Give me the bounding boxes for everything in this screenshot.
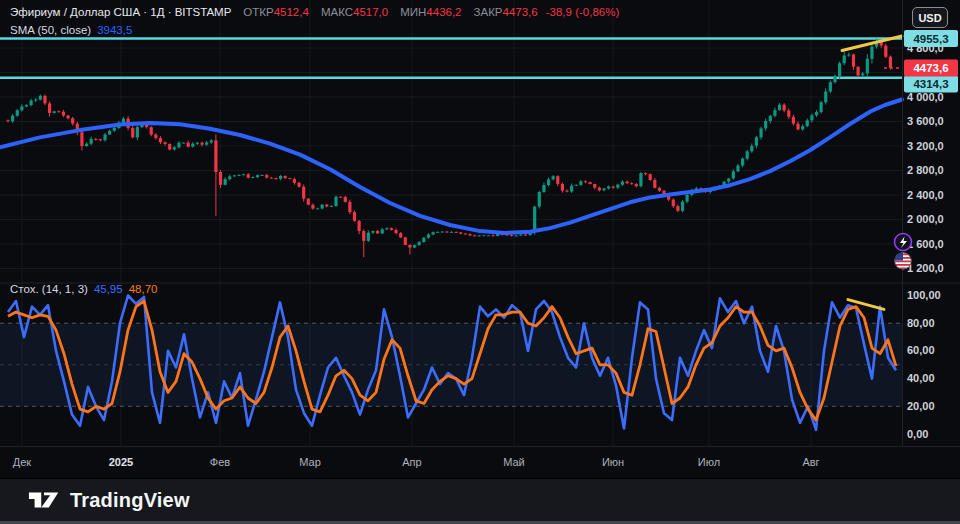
candle-body xyxy=(436,232,439,233)
candle-body xyxy=(270,178,273,179)
candle-body xyxy=(533,207,536,232)
close-value: 4473,6 xyxy=(503,6,538,18)
candle-body xyxy=(556,176,559,184)
candle-body xyxy=(228,176,231,179)
candle-body xyxy=(441,232,444,233)
candle-body xyxy=(214,140,217,172)
candle-body xyxy=(358,221,361,231)
candle-body xyxy=(371,231,374,233)
candle-body xyxy=(524,235,527,236)
candle-body xyxy=(113,128,116,131)
candle-body xyxy=(367,233,370,241)
candle-body xyxy=(265,175,268,178)
candle-body xyxy=(187,143,190,147)
candle-body xyxy=(547,179,550,185)
candle-body xyxy=(247,174,250,177)
candle-body xyxy=(598,188,601,191)
candle-body xyxy=(25,105,28,106)
sma-legend: SMA (50, close) 3943,5 xyxy=(10,24,132,36)
candle-body xyxy=(847,55,850,56)
time-tick-label: Авг xyxy=(802,456,819,468)
time-tick-label: Май xyxy=(503,456,525,468)
candle-body xyxy=(519,235,522,236)
candle-body xyxy=(755,137,758,145)
candle-body xyxy=(200,143,203,145)
chart-canvas[interactable]: 4 800,04 000,03 600,03 200,02 800,02 400… xyxy=(0,0,960,524)
candle-body xyxy=(746,151,749,158)
candle-body xyxy=(759,128,762,137)
stoch-tick-label: 80,00 xyxy=(907,317,935,329)
candle-body xyxy=(806,120,809,126)
symbol-title[interactable]: Эфириум / Доллар США · 1Д · BITSTAMP xyxy=(10,6,231,18)
candle-body xyxy=(297,183,300,187)
price-tick-label: 2 800,0 xyxy=(907,164,944,176)
candle-body xyxy=(422,238,425,242)
tradingview-logo[interactable]: TradingView xyxy=(28,488,190,512)
candle-body xyxy=(274,178,277,179)
candle-body xyxy=(80,132,83,146)
candle-body xyxy=(399,233,402,237)
candle-body xyxy=(39,96,42,100)
candle-body xyxy=(168,144,171,150)
candle-body xyxy=(205,142,208,144)
candle-body xyxy=(445,232,448,233)
candle-body xyxy=(108,131,111,135)
candle-body xyxy=(6,120,9,121)
candle-body xyxy=(866,59,869,74)
candle-body xyxy=(616,185,619,188)
candle-body xyxy=(584,181,587,182)
candle-body xyxy=(635,184,638,186)
candle-body xyxy=(219,172,222,185)
candle-body xyxy=(196,143,199,144)
tradingview-logo-text: TradingView xyxy=(70,489,190,512)
candle-body xyxy=(71,118,74,123)
candle-body xyxy=(487,235,490,236)
candle-body xyxy=(644,173,647,174)
candle-body xyxy=(732,171,735,178)
stoch-label[interactable]: Стох. (14, 1, 3) xyxy=(10,283,88,295)
candle-body xyxy=(348,202,351,212)
candle-body xyxy=(658,188,661,191)
candle-body xyxy=(163,142,166,144)
candle-body xyxy=(233,175,236,176)
candle-body xyxy=(48,103,51,113)
candle-body xyxy=(829,82,832,91)
candle-body xyxy=(750,146,753,152)
price-tick-label: 2 400,0 xyxy=(907,189,944,201)
candle-body xyxy=(672,200,675,206)
candle-body xyxy=(418,242,421,245)
candle-body xyxy=(62,112,65,116)
candle-body xyxy=(464,234,467,235)
candle-body xyxy=(293,179,296,183)
candle-body xyxy=(796,124,799,130)
stoch-tick-label: 20,00 xyxy=(907,400,935,412)
candle-body xyxy=(94,139,97,140)
candle-body xyxy=(251,177,254,178)
time-tick-label: Апр xyxy=(402,456,421,468)
candle-body xyxy=(741,159,744,166)
candle-body xyxy=(538,192,541,207)
candle-body xyxy=(639,173,642,186)
low-label: МИН xyxy=(400,6,426,18)
candle-body xyxy=(824,91,827,102)
candle-body xyxy=(801,126,804,129)
candle-body xyxy=(815,112,818,115)
candle-body xyxy=(288,178,291,179)
candle-body xyxy=(515,236,518,237)
candle-body xyxy=(473,235,476,236)
candle-body xyxy=(376,231,379,233)
stoch-legend: Стох. (14, 1, 3) 45,95 48,70 xyxy=(10,283,157,295)
sma-label[interactable]: SMA (50, close) xyxy=(10,24,91,36)
candle-body xyxy=(136,127,139,137)
close-label: ЗАКР xyxy=(474,6,503,18)
candle-body xyxy=(455,232,458,233)
candle-body xyxy=(769,116,772,121)
candle-body xyxy=(90,139,93,144)
candle-body xyxy=(256,175,259,177)
candle-body xyxy=(510,235,513,236)
time-tick-label: Июн xyxy=(602,456,624,468)
stoch-tick-label: 100,00 xyxy=(907,289,941,301)
time-tick-label: 2025 xyxy=(109,456,133,468)
currency-usd-button[interactable]: USD xyxy=(912,7,948,28)
candle-body xyxy=(542,185,545,192)
